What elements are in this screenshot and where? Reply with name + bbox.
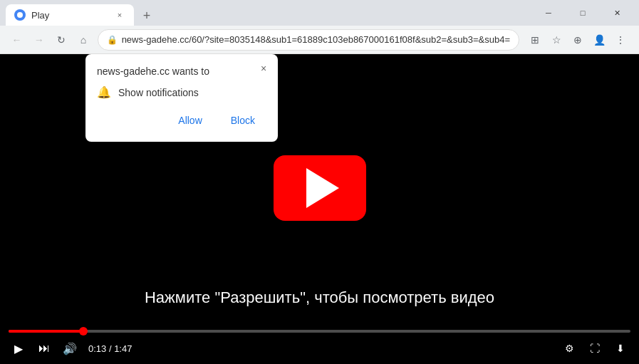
close-window-button[interactable]: ✕ [601,1,633,24]
lock-icon: 🔒 [107,35,118,45]
youtube-play-button[interactable] [274,155,366,221]
active-tab[interactable]: Play × [6,4,134,26]
menu-icon[interactable]: ⋮ [611,30,630,50]
title-bar: Play × + ─ □ ✕ [0,0,639,26]
minimize-button[interactable]: ─ [532,1,565,24]
address-bar: ← → ↻ ⌂ 🔒 news-gadehe.cc/60/?site=803514… [0,26,639,54]
maximize-button[interactable]: □ [566,1,599,24]
toolbar-icons: ⊞ ☆ ⊕ 👤 ⋮ [525,30,630,50]
profile-icon[interactable]: 👤 [589,30,609,50]
notification-popup: × news-gadehe.cc wants to 🔔 Show notific… [85,54,278,142]
progress-bar[interactable] [9,330,630,333]
video-overlay-text: Нажмите "Разрешить", чтобы посмотреть ви… [0,288,639,307]
fullscreen-button[interactable]: ⛶ [585,338,605,358]
home-button[interactable]: ⌂ [75,30,91,50]
back-button[interactable]: ← [9,30,25,50]
progress-dot [79,327,88,336]
extensions-icon[interactable]: ⊕ [568,30,588,50]
tab-close-btn[interactable]: × [114,9,125,21]
popup-close-button[interactable]: × [256,61,271,76]
tab-favicon [14,9,26,21]
play-triangle-icon [306,168,339,208]
reload-button[interactable]: ↻ [53,30,69,50]
allow-button[interactable]: Allow [167,110,213,130]
block-button[interactable]: Block [219,110,266,130]
volume-button[interactable]: 🔊 [60,338,80,358]
progress-fill [9,330,83,333]
skip-button[interactable]: ⏭ [34,338,54,358]
settings-button[interactable]: ⚙ [559,338,579,358]
popup-item-text: Show notifications [118,87,199,98]
grid-icon[interactable]: ⊞ [525,30,545,50]
browser-window: Play × + ─ □ ✕ ← → ↻ ⌂ 🔒 news-gadehe.cc/… [0,0,639,364]
tab-title: Play [31,10,108,21]
window-controls: ─ □ ✕ [532,1,633,24]
video-time: 0:13 / 1:47 [88,343,132,354]
video-controls-bar: ▶ ⏭ 🔊 0:13 / 1:47 ⚙ ⛶ ⬇ [0,327,639,364]
url-text: news-gadehe.cc/60/?site=8035148&sub1=618… [122,34,510,45]
popup-title: news-gadehe.cc wants to [97,66,266,77]
popup-notification-item: 🔔 Show notifications [97,85,266,99]
tab-strip: Play × + [6,0,532,26]
main-content: Нажмите "Разрешить", чтобы посмотреть ви… [0,54,639,364]
popup-buttons: Allow Block [97,110,266,130]
new-tab-button[interactable]: + [137,6,157,26]
controls-row: ▶ ⏭ 🔊 0:13 / 1:47 ⚙ ⛶ ⬇ [9,338,630,358]
forward-button[interactable]: → [31,30,47,50]
download-button[interactable]: ⬇ [611,338,630,358]
bookmark-icon[interactable]: ☆ [546,30,566,50]
url-bar[interactable]: 🔒 news-gadehe.cc/60/?site=8035148&sub1=6… [98,29,519,51]
play-control-button[interactable]: ▶ [9,338,28,358]
bell-icon: 🔔 [97,85,111,99]
